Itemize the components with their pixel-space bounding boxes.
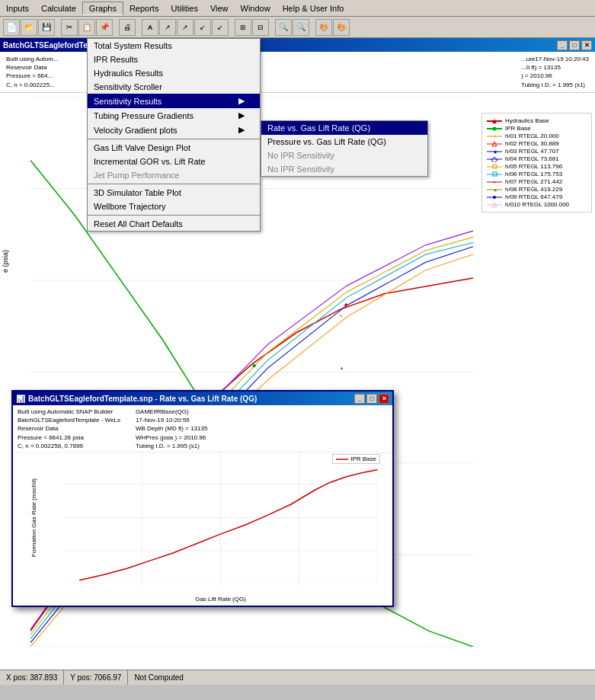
legend-item-h06: h/06 RTEGL 175.753 xyxy=(487,171,587,177)
popup-app-icon: 📊 xyxy=(16,395,25,403)
bg-y-axis-label: e (psia) xyxy=(2,204,9,318)
legend-item-h01: + h/01 RTEGL 20.000 xyxy=(487,133,587,139)
svg-text:*: * xyxy=(341,366,344,374)
bg-info-reservoir: Reservoir Data xyxy=(6,63,58,72)
graphs-dropdown: Total System Results IPR Results Hydraul… xyxy=(87,38,261,232)
menu-total-system[interactable]: Total System Results xyxy=(88,39,260,53)
toolbar-btn-a[interactable]: A xyxy=(142,19,158,36)
statusbar-ypos: Y pos: 7066.97 xyxy=(64,670,128,685)
legend-item-hydraulics: Hydraulics Base xyxy=(487,117,587,124)
popup-window: 📊 BatchGLTSEaglefordTemplate.snp - Rate … xyxy=(11,390,394,607)
bg-info-date: ...ure17-Nov-19 10:20:43 xyxy=(521,55,589,63)
menu-sensitivity-scroller[interactable]: Sensitivity Scroller xyxy=(88,80,260,94)
menu-velocity-gradient[interactable]: Velocity Gradient plots ▶ xyxy=(88,123,260,137)
bg-info-depth: ...0 ft) = 13135 xyxy=(521,63,589,72)
toolbar-btn-color2[interactable]: 🎨 xyxy=(333,19,350,36)
sensitivity-submenu: Rate vs. Gas Lift Rate (QG) Pressure vs.… xyxy=(261,120,428,177)
svg-text:●: ● xyxy=(252,361,257,369)
legend-item-h010: h/010 RTEGL 1000.000 xyxy=(487,201,587,208)
legend-item-h07: + h/07 RTEGL 271.442 xyxy=(487,178,587,185)
submenu-no-ipr-2: No IPR Sensitivity xyxy=(261,162,427,176)
popup-titlebar: 📊 BatchGLTSEaglefordTemplate.snp - Rate … xyxy=(13,392,392,405)
popup-maximize[interactable]: □ xyxy=(366,394,377,404)
bg-info-cn: C, n = 0.002225... xyxy=(6,81,58,89)
legend-item-h05: h/05 RTEGL 113.796 xyxy=(487,163,587,170)
popup-close[interactable]: ✕ xyxy=(379,394,389,404)
svg-point-40 xyxy=(493,196,496,199)
toolbar-btn-c[interactable]: ↗ xyxy=(177,19,194,36)
toolbar-btn-f[interactable]: ⊞ xyxy=(235,19,251,36)
popup-x-axis-label: Gas Lift Rate (QG) xyxy=(55,596,386,603)
submenu-no-ipr-1: No IPR Sensitivity xyxy=(261,149,427,162)
submenu-rate-vs-gas[interactable]: Rate vs. Gas Lift Rate (QG) xyxy=(261,121,427,135)
menu-jet-pump: Jet Pump Performance xyxy=(88,168,260,182)
toolbar-btn-e[interactable]: ↙ xyxy=(212,19,229,36)
statusbar-status: Not Computed xyxy=(128,670,189,685)
svg-text:★: ★ xyxy=(493,149,497,155)
submenu-pressure-vs-gas[interactable]: Pressure vs. Gas Lift Rate (QG) xyxy=(261,135,427,149)
toolbar-btn-open[interactable]: 📂 xyxy=(21,19,37,36)
popup-y-axis-label: Formation Gas Rate (mscf/d) xyxy=(14,451,53,584)
popup-title: BatchGLTSEaglefordTemplate.snp - Rate vs… xyxy=(28,395,257,403)
toolbar-btn-paste[interactable]: 📌 xyxy=(96,19,113,36)
menu-separator-1 xyxy=(88,139,260,139)
toolbar-btn-color1[interactable]: 🎨 xyxy=(315,19,332,36)
toolbar-btn-cut[interactable]: ✂ xyxy=(61,19,78,36)
bg-info-pressure: Pressure = 664... xyxy=(6,72,58,80)
menu-separator-3 xyxy=(88,215,260,216)
menu-tubing-pressure[interactable]: Tubing Pressure Gradients ▶ xyxy=(88,108,260,123)
bg-info-whpres: ) = 2010.96 xyxy=(521,72,589,80)
popup-chart-svg: 900 800 700 600 500 400 300 200 100 200 … xyxy=(55,451,386,584)
legend-item-h08: ★ h/08 RTEGL 419.229 xyxy=(487,186,587,193)
svg-text:★: ★ xyxy=(493,187,497,193)
toolbar-btn-d[interactable]: ↙ xyxy=(194,19,211,36)
legend-box: Hydraulics Base IPR Base + h/01 RTEGL 20… xyxy=(481,113,592,213)
popup-minimize[interactable]: _ xyxy=(354,394,365,404)
bg-info-line1: Built using Autom... xyxy=(6,55,58,63)
popup-chart-area: IPR Base 900 xyxy=(55,451,386,584)
menu-wellbore[interactable]: Wellbore Trajectory xyxy=(88,200,260,213)
menu-inputs[interactable]: Inputs xyxy=(0,2,35,14)
menu-ipr-results[interactable]: IPR Results xyxy=(88,53,260,66)
svg-text:✦: ✦ xyxy=(343,301,349,309)
menu-gas-lift-valve[interactable]: Gas Lift Valve Design Plot xyxy=(88,141,260,155)
popup-ipr-label: IPR Base xyxy=(332,454,380,464)
menu-hydraulics-results[interactable]: Hydraulics Results xyxy=(88,66,260,80)
popup-content: Built using Automatic SNAP Builder Batch… xyxy=(13,405,392,606)
bg-window-close[interactable]: ✕ xyxy=(581,40,592,50)
legend-item-h04: h/04 RTEGL 73.681 xyxy=(487,155,587,162)
toolbar-btn-copy[interactable]: 📋 xyxy=(78,19,95,36)
menu-incremental-gor[interactable]: Incremental GOR vs. Lift Rate xyxy=(88,155,260,168)
menu-view[interactable]: View xyxy=(204,2,235,14)
bg-window-minimize[interactable]: _ xyxy=(557,40,568,50)
toolbar-btn-print[interactable]: 🖨 xyxy=(119,19,136,36)
menu-window[interactable]: Window xyxy=(235,2,277,14)
statusbar: X pos: 387.893 Y pos: 7066.97 Not Comput… xyxy=(0,670,595,685)
svg-text:+: + xyxy=(493,180,496,185)
menu-calculate[interactable]: Calculate xyxy=(35,2,82,14)
popup-info: Built using Automatic SNAP Builder Batch… xyxy=(13,405,392,453)
menu-utilities[interactable]: Utilities xyxy=(165,2,203,14)
toolbar-btn-b[interactable]: ↗ xyxy=(159,19,176,36)
toolbar-btn-new[interactable]: 📄 xyxy=(3,19,20,36)
menu-3d-simulator[interactable]: 3D Simulator Table Plot xyxy=(88,186,260,200)
bg-window-maximize[interactable]: □ xyxy=(569,40,580,50)
menu-reports[interactable]: Reports xyxy=(123,2,165,14)
statusbar-xpos: X pos: 387.893 xyxy=(0,670,64,685)
svg-text:+: + xyxy=(493,134,496,139)
toolbar-btn-zoom[interactable]: 🔍 xyxy=(275,19,292,36)
svg-text:+: + xyxy=(339,312,343,320)
menu-sensitivity-results[interactable]: Sensitivity Results ▶ xyxy=(88,94,260,108)
menu-help[interactable]: Help & User Info xyxy=(277,2,350,14)
bg-info-tubing: Tubing I.D. = 1.995 (s1) xyxy=(521,81,589,89)
legend-item-h03: ★ h/03 RTEGL 47.707 xyxy=(487,148,587,155)
svg-point-22 xyxy=(493,126,497,130)
menu-graphs[interactable]: Graphs xyxy=(82,2,123,15)
toolbar-btn-g[interactable]: ⊟ xyxy=(252,19,269,36)
toolbar-btn-zoom2[interactable]: 🔍 xyxy=(293,19,309,36)
toolbar-btn-save[interactable]: 💾 xyxy=(38,19,55,36)
legend-item-h09: h/09 RTEGL 647.479 xyxy=(487,193,587,200)
menu-separator-2 xyxy=(88,184,260,184)
legend-item-h02: h/02 RTEGL 30.889 xyxy=(487,140,587,147)
menu-reset-chart[interactable]: Reset All Chart Defaults xyxy=(88,217,260,231)
